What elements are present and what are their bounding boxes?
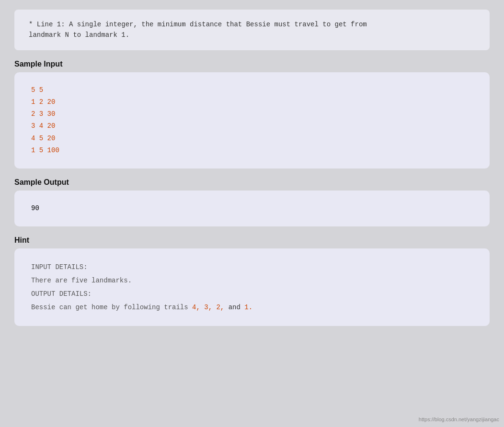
sample-input-line-3-text: 3 4 20 xyxy=(31,122,55,130)
sample-input-label: Sample Input xyxy=(14,60,490,68)
sample-input-line-0-text: 5 5 xyxy=(31,86,43,94)
hint-box: INPUT DETAILS: There are five landmarks.… xyxy=(14,248,490,326)
sample-output-label: Sample Output xyxy=(14,178,490,187)
sample-input-line-1: 1 2 20 xyxy=(31,96,473,108)
output-description-box: * Line 1: A single integer, the minimum … xyxy=(14,10,490,50)
sample-input-line-5: 1 5 100 xyxy=(31,145,473,157)
sample-input-line-5-text: 1 5 100 xyxy=(31,146,59,154)
hint-output-prefix: Bessie can get home by following trails xyxy=(31,303,192,311)
hint-output-details-label: OUTPUT DETAILS: xyxy=(31,287,473,301)
sample-input-line-1-text: 1 2 20 xyxy=(31,98,55,106)
sample-input-line-0: 5 5 xyxy=(31,84,473,96)
sample-output-box: 90 xyxy=(14,191,490,226)
output-line2: landmark N to landmark 1. xyxy=(29,31,129,39)
hint-output-details-label-text: OUTPUT DETAILS: xyxy=(31,290,92,298)
hint-output-details-body: Bessie can get home by following trails … xyxy=(31,301,473,314)
hint-input-details-body-text: There are five landmarks. xyxy=(31,277,132,284)
sample-input-box: 5 5 1 2 20 2 3 30 3 4 20 4 5 20 1 5 100 xyxy=(14,72,490,169)
watermark: https://blog.csdn.net/yangzijiangac xyxy=(419,416,499,422)
hint-trail-numbers: 4, 3, 2, xyxy=(192,303,224,311)
sample-input-line-3: 3 4 20 xyxy=(31,120,473,132)
hint-and-word: and xyxy=(229,303,241,311)
hint-input-details-body: There are five landmarks. xyxy=(31,274,473,287)
sample-input-line-2-text: 2 3 30 xyxy=(31,110,55,118)
sample-input-line-4-text: 4 5 20 xyxy=(31,135,55,142)
sample-input-line-2: 2 3 30 xyxy=(31,108,473,120)
hint-label: Hint xyxy=(14,236,490,245)
hint-suffix: 1. xyxy=(244,303,252,311)
sample-input-line-4: 4 5 20 xyxy=(31,133,473,145)
hint-input-details-label-text: INPUT DETAILS: xyxy=(31,263,88,271)
output-line1: * Line 1: A single integer, the minimum … xyxy=(29,21,367,28)
hint-input-details-label: INPUT DETAILS: xyxy=(31,260,473,274)
sample-output-value: 90 xyxy=(31,202,473,214)
page-container: * Line 1: A single integer, the minimum … xyxy=(0,5,504,350)
